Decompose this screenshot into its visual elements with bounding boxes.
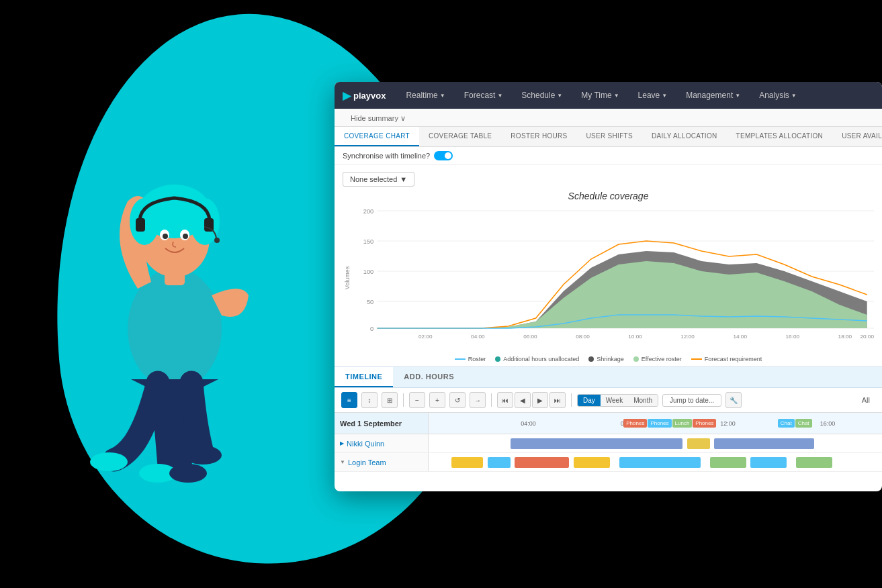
jump-to-date-btn[interactable]: Jump to date... — [662, 394, 721, 407]
tab-roster-hours[interactable]: ROSTER HOURS — [501, 127, 576, 146]
refresh-btn[interactable]: ↺ — [449, 392, 466, 408]
schedule-bar — [796, 457, 832, 468]
schedule-bar — [515, 457, 569, 468]
toolbar: ≡ ↕ ⊞ − + ↺ → ⏮ ◀ ▶ ⏭ Day Week Month Jum… — [335, 388, 882, 413]
tab-user-shifts[interactable]: USER SHIFTS — [577, 127, 642, 146]
app-window: ▶ playvox Realtime ▼ Forecast ▼ Schedule… — [335, 82, 882, 491]
segment-phones3: Phones — [693, 419, 716, 428]
svg-point-9 — [163, 234, 168, 239]
time-area: 04:00 08:00 12:00 16:00 Phones Phones Lu… — [429, 413, 882, 434]
legend-dot-icon — [495, 356, 500, 362]
all-label: All — [856, 394, 875, 406]
logo-text: playvox — [353, 91, 386, 101]
nav-mytime[interactable]: My Time ▼ — [577, 88, 623, 103]
schedule-bar — [451, 457, 483, 468]
svg-text:10:00: 10:00 — [628, 334, 642, 340]
svg-text:0: 0 — [370, 326, 373, 332]
tab-user-availabilities[interactable]: USER AVAILABILITIES — [832, 127, 882, 146]
schedule-bar — [488, 457, 511, 468]
chevron-down-icon: ▼ — [440, 93, 445, 99]
tab-coverage-chart[interactable]: COVERAGE CHART — [335, 127, 419, 146]
prev-btn[interactable]: ◀ — [515, 392, 531, 408]
segment-phones: Phones — [623, 419, 647, 428]
time-label-1600: 16:00 — [820, 420, 836, 427]
tab-coverage-table[interactable]: COVERAGE TABLE — [419, 127, 501, 146]
svg-text:02:00: 02:00 — [418, 334, 433, 340]
schedule-bar — [714, 438, 814, 449]
zoom-out-btn[interactable]: − — [409, 392, 425, 408]
svg-point-15 — [169, 464, 207, 483]
chevron-down-icon: ▼ — [662, 93, 667, 99]
svg-text:12:00: 12:00 — [680, 334, 695, 340]
hide-summary-row: Hide summary ∨ — [335, 109, 882, 127]
next-btn[interactable]: ▶ — [532, 392, 548, 408]
table-row: ▼ Login Team — [335, 453, 882, 472]
hide-summary-btn[interactable]: Hide summary ∨ — [343, 110, 414, 128]
chevron-down-icon: ▼ — [557, 93, 562, 99]
logo-icon: ▶ — [343, 89, 351, 102]
legend-effective-roster: Effective roster — [633, 356, 682, 362]
chart-container: None selected ▼ Schedule coverage 200 15… — [335, 165, 882, 366]
chart-legend: Roster Additional hours unallocated Shri… — [343, 352, 874, 366]
nav-realtime[interactable]: Realtime ▼ — [402, 88, 449, 103]
svg-text:150: 150 — [363, 238, 373, 245]
nav-analysis[interactable]: Analysis ▼ — [755, 88, 801, 103]
legend-forecast-requirement: Forecast requirement — [691, 356, 762, 362]
schedule-bar — [574, 457, 610, 468]
toolbar-btn-3[interactable]: ⊞ — [382, 392, 398, 408]
nav-leave[interactable]: Leave ▼ — [634, 88, 672, 103]
nav-schedule[interactable]: Schedule ▼ — [517, 88, 566, 103]
character-illustration — [34, 40, 316, 564]
nav-forecast[interactable]: Forecast ▼ — [460, 88, 507, 103]
day-view-btn[interactable]: Day — [578, 395, 601, 406]
month-view-btn[interactable]: Month — [628, 395, 658, 406]
chart-controls: None selected ▼ — [343, 172, 874, 187]
week-view-btn[interactable]: Week — [601, 395, 628, 406]
timeline-tabs: TIMELINE ADD. HOURS — [335, 367, 882, 388]
logo: ▶ playvox — [343, 89, 386, 102]
chevron-down-icon: ▼ — [735, 93, 740, 99]
tab-daily-allocation[interactable]: DAILY ALLOCATION — [642, 127, 727, 146]
svg-point-17 — [184, 446, 222, 464]
svg-text:04:00: 04:00 — [471, 334, 485, 340]
svg-text:16:00: 16:00 — [786, 334, 800, 340]
tab-timeline[interactable]: TIMELINE — [335, 367, 393, 387]
svg-text:18:00: 18:00 — [838, 334, 852, 340]
forward-btn[interactable]: → — [470, 392, 486, 408]
none-selected-dropdown[interactable]: None selected ▼ — [343, 172, 414, 187]
wrench-icon[interactable]: 🔧 — [725, 392, 742, 408]
row-content-nikki — [429, 434, 882, 452]
toolbar-btn-2[interactable]: ↕ — [361, 392, 378, 408]
skip-end-btn[interactable]: ⏭ — [549, 392, 566, 408]
separator — [571, 393, 572, 407]
skip-start-btn[interactable]: ⏮ — [497, 392, 513, 408]
schedule-bar — [619, 457, 701, 468]
chevron-down-icon: ▼ — [497, 93, 502, 99]
time-label-1200: 12:00 — [720, 420, 736, 427]
tab-templates-allocation[interactable]: TEMPLATES ALLOCATION — [727, 127, 833, 146]
zoom-in-btn[interactable]: + — [429, 392, 445, 408]
timeline-section: TIMELINE ADD. HOURS ≡ ↕ ⊞ − + ↺ → ⏮ ◀ ▶ … — [335, 366, 882, 472]
row-label-nikki[interactable]: ▶ Nikki Quinn — [335, 434, 429, 452]
chevron-down-icon: ▼ — [400, 175, 407, 183]
timeline-grid: Wed 1 September 04:00 08:00 12:00 16:00 … — [335, 413, 882, 472]
legend-dot-icon — [633, 356, 639, 362]
svg-point-10 — [183, 234, 188, 239]
chevron-right-icon: ▼ — [340, 459, 345, 465]
svg-text:08:00: 08:00 — [576, 334, 590, 340]
sync-label: Synchronise with timeline? — [343, 152, 430, 160]
svg-text:Volumes: Volumes — [344, 266, 351, 289]
segment-lunch: Lunch — [672, 419, 693, 428]
toolbar-btn-1[interactable]: ≡ — [341, 392, 357, 408]
tab-add-hours[interactable]: ADD. HOURS — [393, 367, 465, 387]
chevron-down-icon: ▼ — [614, 93, 619, 99]
row-label-loginteam[interactable]: ▼ Login Team — [335, 453, 429, 471]
svg-text:14:00: 14:00 — [733, 334, 747, 340]
nav-management[interactable]: Management ▼ — [682, 88, 744, 103]
coverage-chart: 200 150 100 50 0 Volumes 02:00 04:00 06: — [343, 204, 874, 352]
chevron-down-icon: ▼ — [791, 93, 797, 99]
sync-toggle[interactable] — [434, 151, 453, 160]
legend-line-icon — [691, 358, 702, 360]
svg-text:100: 100 — [363, 268, 373, 275]
nav-buttons: ⏮ ◀ ▶ ⏭ — [497, 392, 566, 408]
